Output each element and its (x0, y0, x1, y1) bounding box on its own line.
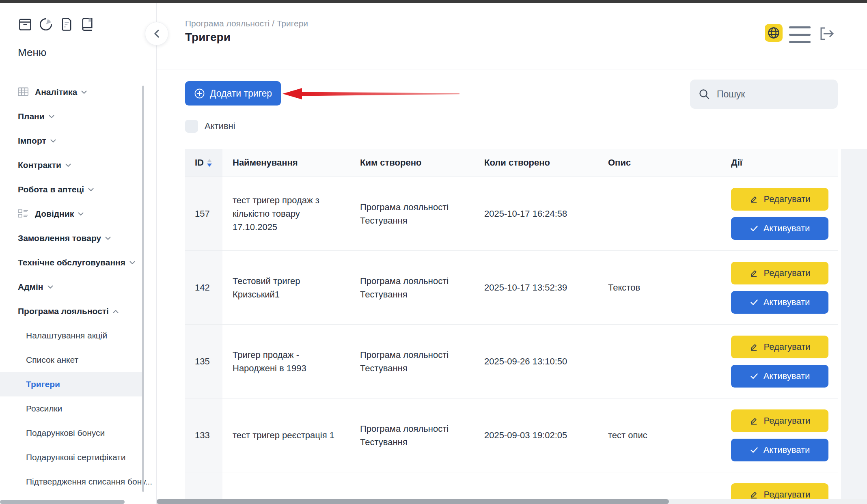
sidebar-item-16[interactable]: Подарункові сертифікати (0, 445, 143, 470)
cell-creator: Програма лояльності Тестування (360, 398, 484, 472)
language-globe-button[interactable] (765, 24, 783, 42)
sort-icons[interactable] (207, 159, 212, 167)
main-horizontal-scrollbar[interactable] (157, 499, 669, 504)
activate-button[interactable]: Активувати (731, 439, 828, 461)
sidebar-item-label: Розсилки (26, 404, 62, 414)
cell-actions: Редагувати Активувати (731, 472, 838, 499)
check-icon (750, 224, 759, 233)
sidebar-item-17[interactable]: Підтвердження списання бону... (0, 470, 143, 494)
sidebar-item-label: Довідник (35, 209, 74, 219)
sidebar-item-5[interactable]: Робота в аптеці (0, 177, 143, 202)
sidebar-item-label: Програма лояльності (18, 306, 109, 316)
sidebar-item-label: Контракти (18, 160, 61, 170)
right-page-gutter (841, 149, 867, 499)
chevron-up-icon (113, 310, 119, 313)
hamburger-menu-button[interactable] (789, 26, 811, 43)
table-row-2: 142 Тестовий тригер Кризський1 Програма … (185, 250, 838, 324)
logout-button[interactable] (818, 24, 837, 43)
sidebar-item-6[interactable]: Довідник (0, 202, 143, 226)
pencil-icon (749, 490, 759, 500)
add-trigger-button[interactable]: Додати тригер (185, 81, 281, 106)
search-box[interactable] (690, 80, 838, 109)
edit-button[interactable]: Редагувати (731, 483, 828, 500)
chevron-down-icon (129, 261, 135, 265)
activate-button[interactable]: Активувати (731, 291, 828, 314)
sidebar-item-label: Замовлення товару (18, 233, 101, 243)
table-header-row: IDНайменуванняКим створеноКоли створеноО… (185, 149, 838, 177)
cell-actions: Редагувати Активувати (731, 251, 838, 324)
column-header-5: Опис (608, 157, 731, 168)
active-filter-checkbox[interactable] (185, 120, 198, 133)
cell-name (222, 472, 360, 499)
table-row-3: 135 Тригер продаж - Народжені в 1993 Про… (185, 324, 838, 398)
cell-description (608, 177, 731, 250)
logout-icon (818, 24, 837, 43)
activate-button[interactable]: Активувати (731, 365, 828, 388)
main-area: Програма лояльності / Тригери Тригери (157, 3, 867, 504)
header-divider (157, 69, 867, 69)
cell-created: 2025-09-26 13:10:50 (484, 325, 608, 398)
table-body: 157 тест тригер продаж з кількістю товар… (185, 177, 838, 499)
sidebar-item-13[interactable]: Тригери (0, 372, 143, 396)
chevron-down-icon (47, 285, 53, 289)
sidebar-item-12[interactable]: Список анкет (0, 348, 143, 372)
sidebar-item-7[interactable]: Замовлення товару (0, 226, 143, 250)
cell-name: тест тригер реєстрація 1 (222, 398, 360, 472)
cell-description: Текстов (608, 251, 731, 324)
pencil-icon (749, 416, 759, 426)
breadcrumb[interactable]: Програма лояльності / Тригери (185, 19, 308, 28)
sidebar-item-1[interactable]: Аналітика (0, 80, 143, 104)
activate-button[interactable]: Активувати (731, 217, 828, 240)
cell-actions: Редагувати Активувати (731, 398, 838, 472)
chevron-down-icon (105, 237, 111, 240)
sidebar-item-label: Подарункові бонуси (26, 428, 105, 438)
chevron-down-icon (49, 115, 54, 118)
cell-id: 157 (185, 177, 222, 250)
sidebar-collapse-button[interactable] (145, 22, 168, 45)
cell-created: 2025-10-17 13:52:39 (484, 251, 608, 324)
column-header-1[interactable]: ID (185, 149, 222, 177)
sidebar-item-8[interactable]: Технічне обслуговування (0, 250, 143, 275)
sidebar: Меню Аналітика Плани Імпорт Контракти Ро… (0, 3, 157, 504)
sidebar-item-label: Адмін (18, 282, 43, 292)
sidebar-item-14[interactable]: Розсилки (0, 396, 143, 421)
cell-description (608, 325, 731, 398)
cell-actions: Редагувати Активувати (731, 325, 838, 398)
sidebar-item-label: Аналітика (35, 87, 77, 97)
sidebar-vertical-scrollbar[interactable] (142, 86, 144, 492)
edit-button[interactable]: Редагувати (731, 262, 828, 284)
column-header-6: Дії (731, 157, 838, 168)
sidebar-item-2[interactable]: Плани (0, 104, 143, 129)
sidebar-item-label: Список анкет (26, 355, 78, 365)
hamburger-icon (789, 26, 811, 28)
cell-created: 2025-09-03 19:02:05 (484, 398, 608, 472)
sidebar-nav: Аналітика Плани Імпорт Контракти Робота … (0, 3, 156, 504)
edit-button[interactable]: Редагувати (731, 336, 828, 358)
cell-id (185, 472, 222, 499)
sidebar-item-3[interactable]: Імпорт (0, 129, 143, 153)
red-annotation-arrow (278, 83, 461, 103)
chevron-down-icon (81, 90, 87, 94)
cell-name: тест тригер продаж з кількістю товару 17… (222, 177, 360, 250)
sidebar-horizontal-scrollbar[interactable] (0, 500, 125, 504)
column-header-3: Ким створено (360, 157, 484, 168)
check-icon (750, 298, 759, 307)
chevron-down-icon (88, 188, 94, 192)
triggers-table: IDНайменуванняКим створеноКоли створеноО… (185, 149, 838, 499)
sidebar-item-9[interactable]: Адмін (0, 275, 143, 299)
sidebar-item-label: Підтвердження списання бону... (26, 477, 152, 487)
search-input[interactable] (716, 88, 830, 100)
sidebar-item-15[interactable]: Подарункові бонуси (0, 421, 143, 445)
edit-button[interactable]: Редагувати (731, 409, 828, 432)
column-header-4: Коли створено (484, 157, 608, 168)
sidebar-item-10[interactable]: Програма лояльності (0, 299, 143, 323)
active-filter-label: Активні (205, 121, 235, 131)
chevron-down-icon (50, 139, 56, 143)
column-header-2: Найменування (222, 157, 360, 168)
sidebar-item-11[interactable]: Налаштування акцій (0, 323, 143, 348)
cell-id: 135 (185, 325, 222, 398)
sidebar-item-4[interactable]: Контракти (0, 153, 143, 177)
check-icon (750, 446, 759, 454)
edit-button[interactable]: Редагувати (731, 188, 828, 211)
cell-description: тест опис (608, 398, 731, 472)
